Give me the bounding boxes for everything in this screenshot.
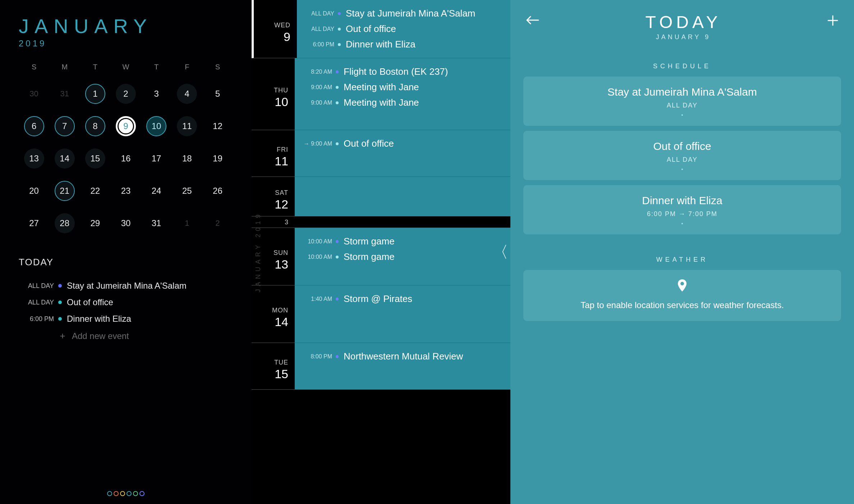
agenda-day[interactable]: THU108:20 AM Flight to Boston (EK 237)9:… [252, 58, 510, 130]
agenda-event[interactable]: 8:00 PM Northwestern Mutual Review [295, 349, 510, 364]
calendar-day[interactable]: 22 [80, 175, 110, 207]
calendar-day[interactable]: 6 [19, 110, 49, 142]
day-number: 13 [24, 148, 44, 169]
color-dot-icon[interactable] [120, 491, 125, 496]
day-number: 18 [177, 148, 197, 169]
calendar-grid: 3031123456789101112131415161718192021222… [19, 78, 233, 239]
calendar-day[interactable]: 24 [141, 175, 172, 207]
calendar-day[interactable]: 7 [49, 110, 80, 142]
card-title: Dinner with Eliza [531, 194, 834, 207]
agenda-events: 1:40 AM Storm @ Pirates [295, 285, 510, 343]
event-row[interactable]: ALL DAY Stay at Jumeirah Mina A'Salam [19, 281, 233, 291]
calendar-day[interactable]: 17 [141, 142, 172, 175]
event-row[interactable]: ALL DAY Out of office [19, 297, 233, 307]
calendar-day[interactable]: 14 [49, 142, 80, 175]
calendar-day[interactable]: 20 [19, 175, 49, 207]
agenda-daynum: 15 [275, 367, 288, 381]
agenda-event[interactable]: 9:00 AM Meeting with Jane [295, 79, 510, 95]
day-number: 2 [116, 84, 136, 104]
calendar-day[interactable]: 16 [110, 142, 141, 175]
day-number: 17 [146, 148, 166, 169]
color-dot-icon[interactable] [133, 491, 138, 496]
agenda-dow: MON [272, 307, 288, 314]
calendar-day[interactable]: 25 [172, 175, 202, 207]
day-number: 31 [55, 84, 75, 104]
calendar-day[interactable]: 31 [141, 207, 172, 239]
agenda-day[interactable]: 3 [252, 216, 510, 228]
day-number: 28 [55, 213, 75, 233]
day-number: 20 [24, 181, 44, 201]
agenda-events: ALL DAY Stay at Jumeirah Mina A'SalamALL… [297, 0, 510, 58]
back-button[interactable] [523, 12, 542, 28]
calendar-day[interactable]: 31 [49, 78, 80, 110]
agenda-event[interactable]: 9:00 AM Meeting with Jane [295, 95, 510, 110]
calendar-day[interactable]: 1 [172, 207, 202, 239]
today-heading: TODAY [19, 257, 233, 268]
agenda-event[interactable]: 10:00 AM Storm game [295, 249, 510, 265]
calendar-day[interactable]: 26 [202, 175, 233, 207]
calendar-day[interactable]: 29 [80, 207, 110, 239]
agenda-day[interactable]: SUN1310:00 AM Storm game10:00 AM Storm g… [252, 228, 510, 285]
event-row[interactable]: 6:00 PM Dinner with Eliza [19, 314, 233, 324]
event-time: ALL DAY [306, 10, 338, 17]
calendar-day[interactable]: 19 [202, 142, 233, 175]
day-number: 1 [85, 84, 105, 104]
color-dot-icon[interactable] [139, 491, 144, 496]
calendar-day[interactable]: 9 [110, 110, 141, 142]
agenda-event[interactable]: 8:20 AM Flight to Boston (EK 237) [295, 64, 510, 79]
today-subtitle: JANUARY 9 [542, 33, 825, 41]
calendar-day[interactable]: 3 [141, 78, 172, 110]
calendar-day[interactable]: 15 [80, 142, 110, 175]
agenda-event[interactable]: 6:00 PM Dinner with Eliza [297, 37, 510, 52]
agenda-date: TUE15 [252, 343, 295, 389]
calendar-day[interactable]: 1 [80, 78, 110, 110]
calendar-day[interactable]: 8 [80, 110, 110, 142]
agenda-event[interactable]: ALL DAY Out of office [297, 21, 510, 37]
agenda-event[interactable]: 1:40 AM Storm @ Pirates [295, 291, 510, 307]
color-dot-icon[interactable] [107, 491, 112, 496]
calendar-day[interactable]: 13 [19, 142, 49, 175]
event-dot-icon [336, 86, 339, 89]
arrow-left-icon [526, 15, 539, 25]
card-title: Out of office [531, 140, 834, 152]
calendar-day[interactable]: 18 [172, 142, 202, 175]
calendar-day[interactable]: 23 [110, 175, 141, 207]
agenda-day[interactable]: SAT12 [252, 177, 510, 216]
calendar-day[interactable]: 4 [172, 78, 202, 110]
agenda-day[interactable]: TUE158:00 PM Northwestern Mutual Review [252, 343, 510, 390]
calendar-day[interactable]: 2 [110, 78, 141, 110]
weather-text: Tap to enable location services for weat… [580, 300, 784, 310]
plus-icon: + [58, 330, 67, 342]
calendar-day[interactable]: 27 [19, 207, 49, 239]
today-detail-panel: TODAY JANUARY 9 SCHEDULE Stay at Jumeira… [510, 0, 854, 504]
calendar-day[interactable]: 30 [19, 78, 49, 110]
schedule-card[interactable]: Dinner with Eliza 6:00 PM → 7:00 PM • [523, 185, 841, 234]
color-dot-icon[interactable] [127, 491, 132, 496]
calendar-day[interactable]: 28 [49, 207, 80, 239]
schedule-card[interactable]: Stay at Jumeirah Mina A'Salam ALL DAY • [523, 77, 841, 126]
calendar-color-dots[interactable] [0, 491, 252, 496]
calendar-day[interactable]: 30 [110, 207, 141, 239]
agenda-day[interactable]: FRI11→ 9:00 AM Out of office [252, 130, 510, 177]
add-event-button[interactable]: + Add new event [19, 330, 233, 342]
calendar-day[interactable]: 10 [141, 110, 172, 142]
calendar-day[interactable]: 21 [49, 175, 80, 207]
add-button[interactable] [825, 12, 841, 29]
weather-card[interactable]: Tap to enable location services for weat… [523, 270, 841, 321]
weekday-label: M [49, 63, 80, 71]
weekday-label: T [80, 63, 110, 71]
color-dot-icon[interactable] [114, 491, 119, 496]
event-dot-icon [338, 28, 341, 31]
calendar-day[interactable]: 5 [202, 78, 233, 110]
agenda-day[interactable]: MON141:40 AM Storm @ Pirates [252, 285, 510, 343]
agenda-event[interactable]: 10:00 AM Storm game [295, 234, 510, 249]
calendar-day[interactable]: 11 [172, 110, 202, 142]
calendar-day[interactable]: 2 [202, 207, 233, 239]
agenda-event[interactable]: → 9:00 AM Out of office [295, 136, 510, 151]
calendar-day[interactable]: 12 [202, 110, 233, 142]
schedule-card[interactable]: Out of office ALL DAY • [523, 131, 841, 180]
agenda-event[interactable]: ALL DAY Stay at Jumeirah Mina A'Salam [297, 6, 510, 21]
agenda-list[interactable]: WED9ALL DAY Stay at Jumeirah Mina A'Sala… [252, 0, 510, 504]
event-time: 10:00 AM [303, 238, 336, 245]
agenda-day[interactable]: WED9ALL DAY Stay at Jumeirah Mina A'Sala… [252, 0, 510, 58]
